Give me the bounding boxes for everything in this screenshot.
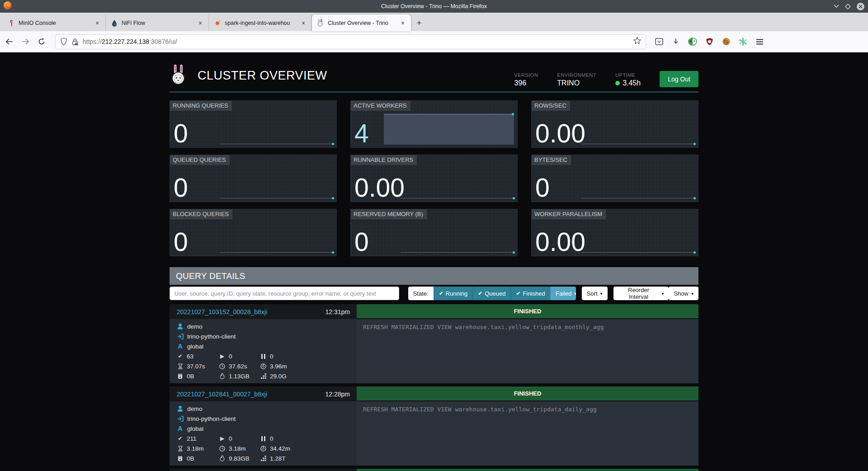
cpu-time: 34.42m [270, 445, 290, 452]
stat-value: 0.00 [535, 229, 585, 255]
shield-permissions-icon[interactable] [60, 38, 67, 46]
check-icon: ✔ [516, 290, 521, 297]
wall-time: 3.18m [187, 445, 204, 452]
tab-label: NiFi Flow [122, 20, 196, 26]
sparkline-dot [693, 143, 696, 145]
source-login-icon [177, 416, 184, 422]
logout-button[interactable]: Log Out [660, 71, 698, 87]
peak-memory: 1.13GB [229, 373, 250, 380]
sparkline [220, 198, 333, 198]
query-user: demo [187, 405, 203, 412]
query-source: trino-python-client [187, 415, 236, 422]
sparkline [220, 144, 333, 144]
tab-close-icon[interactable]: × [196, 19, 205, 28]
check-icon: ✔ [478, 290, 482, 297]
cookie-extension-icon[interactable] [721, 37, 731, 47]
query-sql-text: REFRESH MATERIALIZED VIEW warehouse.taxi… [357, 401, 698, 466]
query-user: demo [187, 323, 203, 330]
show-dropdown[interactable]: Show▾ [669, 287, 698, 300]
running-splits: 0 [229, 353, 232, 360]
version-value: 396 [514, 79, 538, 87]
save-page-icon[interactable] [654, 37, 664, 47]
forward-button[interactable] [18, 34, 33, 49]
ublock-shield-extension-icon[interactable] [704, 37, 714, 47]
stat-card-running-queries: RUNNING QUERIES 0 [170, 100, 337, 148]
cumulative-memory: 29.0G [270, 373, 287, 380]
resource-group-icon: A [177, 425, 184, 432]
sparkline-dot [513, 197, 515, 199]
query-state-badge: FINISHED [357, 304, 698, 319]
new-tab-button[interactable]: + [413, 17, 425, 29]
completed-splits-icon: ✔ [177, 353, 184, 359]
queued-splits-icon [260, 436, 267, 441]
queued-splits: 0 [270, 353, 274, 360]
uptime-label: UPTIME [615, 72, 641, 78]
tab-spark-notebook[interactable]: spark-ingest-into-warehou × [209, 15, 312, 31]
query-time: 12:31pm [326, 308, 350, 316]
stat-card-bytes-sec: BYTES/SEC 0 [531, 155, 698, 202]
tab-close-icon[interactable]: × [93, 19, 102, 28]
stat-card-reserved-memory: RESERVED MEMORY (B) 0 [350, 209, 518, 256]
stat-label: BLOCKED QUERIES [170, 209, 232, 219]
stat-card-rows-sec: ROWS/SEC 0.00 [531, 100, 698, 148]
environment-label: ENVIRONMENT [557, 72, 596, 78]
navigation-toolbar: https://212.227.224.138:30876/ui/ [0, 31, 868, 52]
query-row: 20221027_103152_00028_b8xji 12:31pm FINI… [170, 304, 698, 383]
url-bar[interactable]: https://212.227.224.138:30876/ui/ [55, 34, 646, 49]
tab-close-icon[interactable]: × [299, 19, 308, 28]
back-button[interactable] [2, 34, 16, 49]
completed-splits-icon: ✔ [177, 435, 184, 442]
elapsed-time: 37.62s [229, 363, 247, 370]
uptime-stat: UPTIME 3.45h [615, 72, 641, 87]
filter-finished-button[interactable]: ✔Finished [511, 287, 550, 300]
trino-bunny-logo [170, 64, 188, 87]
sparkline [401, 198, 514, 198]
filter-queued-button[interactable]: ✔Queued [472, 287, 510, 300]
query-details-header: QUERY DETAILS [170, 267, 698, 285]
stat-label: QUEUED QUERIES [170, 155, 230, 165]
filter-failed-dropdown[interactable]: Failed▾ [550, 287, 576, 300]
bookmark-star-icon[interactable] [633, 37, 641, 46]
sort-dropdown[interactable]: Sort▾ [582, 287, 608, 300]
reorder-interval-dropdown[interactable]: Reorder Interval▾ [613, 287, 669, 300]
reload-button[interactable] [34, 34, 49, 49]
elapsed-time: 3.18m [229, 445, 246, 452]
sparkline-area [384, 114, 514, 145]
tab-close-icon[interactable]: × [398, 19, 407, 28]
query-id-link[interactable]: 20221027_102841_00027_b8xji [177, 391, 267, 398]
tab-nifi-flow[interactable]: NiFi Flow × [106, 15, 209, 31]
cpu-time: 3.96m [270, 363, 287, 370]
current-memory-icon [177, 456, 184, 462]
running-splits-icon: ▶ [219, 435, 226, 442]
query-source: trino-python-client [187, 333, 236, 340]
stat-value: 0 [354, 229, 369, 255]
tab-cluster-overview-trino[interactable]: Cluster Overview - Trino × [312, 14, 411, 31]
tab-minio-console[interactable]: MinIO Console × [3, 15, 106, 31]
query-sql-text: REFRESH MATERIALIZED VIEW warehouse.taxi… [357, 319, 698, 383]
query-id-link[interactable]: 20221027_103152_00028_b8xji [177, 308, 267, 316]
close-button[interactable] [857, 3, 864, 10]
minio-flamingo-icon [7, 19, 15, 27]
privacy-mask-extension-icon[interactable] [688, 37, 698, 47]
wall-time: 37.07s [187, 363, 205, 370]
url-text[interactable]: https://212.227.224.138:30876/ui/ [83, 38, 633, 45]
tab-label: MinIO Console [19, 20, 93, 26]
wall-time-hourglass-icon [177, 363, 184, 369]
query-search-input[interactable] [170, 287, 399, 300]
elapsed-clock-icon [219, 363, 226, 369]
sparkle-extension-icon[interactable] [738, 37, 748, 47]
lock-warning-icon[interactable] [71, 38, 79, 46]
filter-running-button[interactable]: ✔Running [434, 287, 473, 300]
stat-value: 0 [174, 229, 188, 255]
menu-hamburger-icon[interactable] [755, 37, 764, 47]
completed-splits: 211 [187, 435, 197, 442]
sparkline-dot [332, 143, 334, 145]
maximize-button[interactable] [845, 4, 850, 9]
minimize-button[interactable] [834, 5, 839, 8]
caret-down-icon: ▾ [574, 291, 576, 296]
stat-label: ROWS/SEC [532, 101, 570, 111]
cluster-stats-grid: RUNNING QUERIES 0 ACTIVE WORKERS 4 ROWS/… [170, 100, 698, 256]
downloads-icon[interactable] [671, 37, 681, 47]
check-icon: ✔ [439, 290, 443, 297]
url-path: :30876/ui/ [149, 38, 177, 45]
